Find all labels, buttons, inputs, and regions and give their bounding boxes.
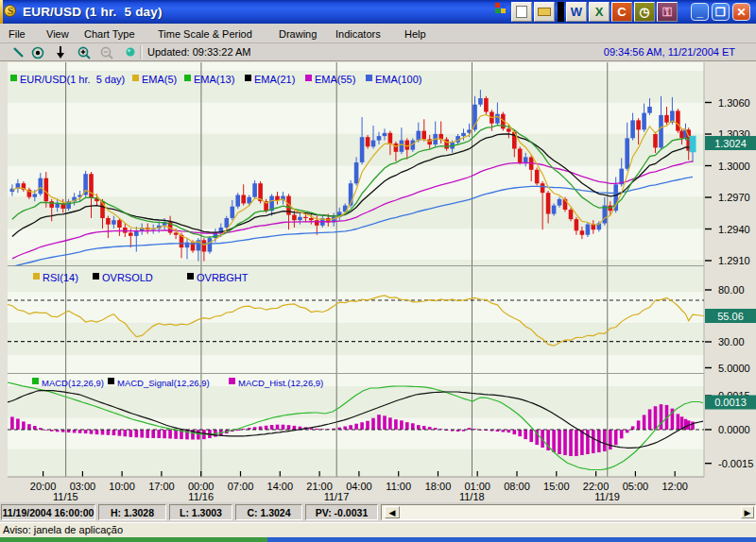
svg-text:08:00: 08:00 (504, 481, 530, 492)
svg-text:04:00: 04:00 (346, 481, 372, 492)
svg-text:-0.0015: -0.0015 (718, 458, 753, 469)
svg-text:0.0013: 0.0013 (714, 397, 747, 408)
svg-text:OVRSOLD: OVRSOLD (102, 272, 153, 283)
svg-text:5.0000: 5.0000 (718, 363, 750, 374)
svg-text:1.3024: 1.3024 (714, 138, 747, 149)
svg-text:18:00: 18:00 (425, 481, 452, 492)
svg-text:1.2940: 1.2940 (718, 224, 750, 235)
svg-text:11/19: 11/19 (594, 491, 620, 502)
svg-text:1.3000: 1.3000 (718, 161, 750, 172)
svg-text:EMA(13): EMA(13) (194, 74, 234, 85)
svg-text:OVRBGHT: OVRBGHT (197, 272, 249, 283)
svg-text:11/16: 11/16 (188, 491, 214, 502)
svg-text:10:00: 10:00 (109, 481, 135, 492)
svg-text:1.2970: 1.2970 (718, 192, 750, 203)
svg-text:EUR/USD(1 hr. 5 day): EUR/USD(1 hr. 5 day) (20, 74, 125, 85)
svg-text:80.00: 80.00 (718, 284, 745, 296)
svg-text:MACD(12,26,9): MACD(12,26,9) (42, 378, 104, 388)
svg-text:11/18: 11/18 (459, 491, 485, 502)
svg-text:30.00: 30.00 (718, 336, 745, 347)
svg-text:07:00: 07:00 (228, 481, 254, 492)
svg-text:EMA(5): EMA(5) (142, 74, 177, 85)
svg-text:EMA(55): EMA(55) (315, 74, 355, 85)
svg-text:11/15: 11/15 (53, 491, 78, 502)
svg-text:17:00: 17:00 (148, 481, 175, 492)
svg-text:55.06: 55.06 (717, 311, 744, 322)
svg-text:RSI(14): RSI(14) (43, 272, 78, 283)
svg-text:11:00: 11:00 (386, 481, 411, 492)
svg-text:12:00: 12:00 (662, 481, 688, 492)
svg-text:05:00: 05:00 (623, 481, 649, 492)
svg-text:1.2910: 1.2910 (718, 255, 750, 266)
svg-text:1.3060: 1.3060 (718, 97, 750, 109)
svg-text:11/17: 11/17 (324, 491, 350, 502)
svg-text:MACD_Hist.(12,26,9): MACD_Hist.(12,26,9) (238, 378, 323, 388)
svg-text:0.0000: 0.0000 (718, 424, 750, 435)
svg-text:MACD_Signal(12,26,9): MACD_Signal(12,26,9) (117, 378, 210, 388)
svg-text:14:00: 14:00 (267, 481, 294, 492)
svg-text:15:00: 15:00 (543, 481, 570, 492)
svg-text:EMA(21): EMA(21) (254, 74, 295, 85)
svg-text:EMA(100): EMA(100) (375, 74, 422, 85)
